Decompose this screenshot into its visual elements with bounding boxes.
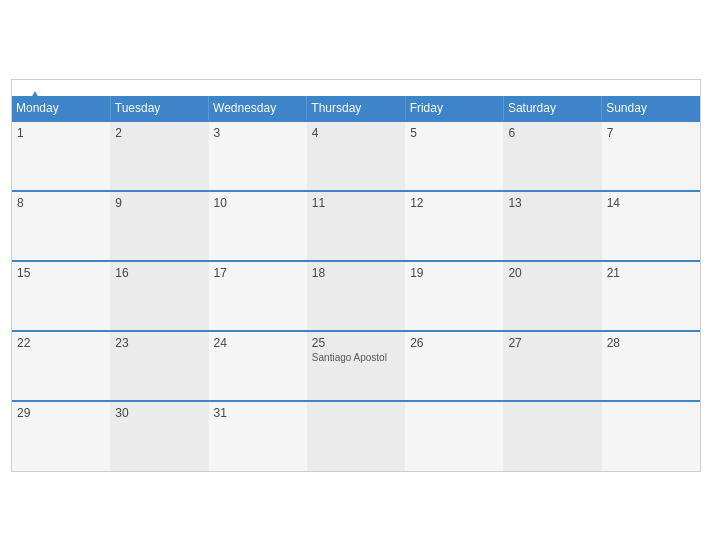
calendar-week-row: 1234567: [12, 121, 700, 191]
weekday-header-thursday: Thursday: [307, 96, 405, 121]
calendar-cell: 22: [12, 331, 110, 401]
day-number: 7: [607, 126, 695, 140]
calendar-cell: 29: [12, 401, 110, 471]
calendar-cell: [307, 401, 405, 471]
day-number: 12: [410, 196, 498, 210]
day-number: 16: [115, 266, 203, 280]
day-number: 9: [115, 196, 203, 210]
calendar-cell: 23: [110, 331, 208, 401]
day-number: 18: [312, 266, 400, 280]
calendar-week-row: 22232425Santiago Apostol262728: [12, 331, 700, 401]
day-number: 13: [508, 196, 596, 210]
day-number: 8: [17, 196, 105, 210]
weekday-header-sunday: Sunday: [602, 96, 700, 121]
day-number: 17: [214, 266, 302, 280]
calendar-cell: 10: [209, 191, 307, 261]
weekday-header-tuesday: Tuesday: [110, 96, 208, 121]
calendar-cell: 9: [110, 191, 208, 261]
day-number: 5: [410, 126, 498, 140]
day-number: 29: [17, 406, 105, 420]
calendar-cell: 20: [503, 261, 601, 331]
day-number: 31: [214, 406, 302, 420]
calendar-header: [12, 80, 700, 96]
weekday-header-saturday: Saturday: [503, 96, 601, 121]
day-number: 14: [607, 196, 695, 210]
holiday-label: Santiago Apostol: [312, 352, 400, 364]
weekday-header-friday: Friday: [405, 96, 503, 121]
calendar-cell: 11: [307, 191, 405, 261]
day-number: 15: [17, 266, 105, 280]
day-number: 25: [312, 336, 400, 350]
calendar-cell: 19: [405, 261, 503, 331]
brand-triangle-icon: [30, 91, 40, 100]
calendar-cell: 16: [110, 261, 208, 331]
calendar-week-row: 891011121314: [12, 191, 700, 261]
day-number: 19: [410, 266, 498, 280]
calendar-cell: [503, 401, 601, 471]
day-number: 3: [214, 126, 302, 140]
weekday-header-row: MondayTuesdayWednesdayThursdayFridaySatu…: [12, 96, 700, 121]
calendar-cell: 28: [602, 331, 700, 401]
calendar-cell: 25Santiago Apostol: [307, 331, 405, 401]
day-number: 11: [312, 196, 400, 210]
calendar-cell: 12: [405, 191, 503, 261]
day-number: 1: [17, 126, 105, 140]
calendar-cell: 17: [209, 261, 307, 331]
day-number: 24: [214, 336, 302, 350]
calendar-cell: 2: [110, 121, 208, 191]
calendar-cell: [405, 401, 503, 471]
calendar-cell: 26: [405, 331, 503, 401]
calendar-cell: 4: [307, 121, 405, 191]
day-number: 27: [508, 336, 596, 350]
calendar-cell: 21: [602, 261, 700, 331]
weekday-header-wednesday: Wednesday: [209, 96, 307, 121]
day-number: 26: [410, 336, 498, 350]
calendar-cell: 14: [602, 191, 700, 261]
calendar-cell: 15: [12, 261, 110, 331]
calendar-cell: [602, 401, 700, 471]
calendar-cell: 27: [503, 331, 601, 401]
day-number: 30: [115, 406, 203, 420]
calendar-cell: 31: [209, 401, 307, 471]
day-number: 10: [214, 196, 302, 210]
calendar-cell: 30: [110, 401, 208, 471]
day-number: 20: [508, 266, 596, 280]
calendar-week-row: 293031: [12, 401, 700, 471]
calendar: MondayTuesdayWednesdayThursdayFridaySatu…: [11, 79, 701, 472]
calendar-cell: 8: [12, 191, 110, 261]
day-number: 2: [115, 126, 203, 140]
day-number: 21: [607, 266, 695, 280]
weekday-header-monday: Monday: [12, 96, 110, 121]
calendar-cell: 3: [209, 121, 307, 191]
day-number: 23: [115, 336, 203, 350]
calendar-cell: 5: [405, 121, 503, 191]
day-number: 4: [312, 126, 400, 140]
day-number: 6: [508, 126, 596, 140]
calendar-table: MondayTuesdayWednesdayThursdayFridaySatu…: [12, 96, 700, 471]
brand-logo: [28, 90, 40, 105]
brand-blue-text: [28, 90, 40, 105]
day-number: 28: [607, 336, 695, 350]
calendar-cell: 18: [307, 261, 405, 331]
calendar-cell: 1: [12, 121, 110, 191]
day-number: 22: [17, 336, 105, 350]
calendar-cell: 24: [209, 331, 307, 401]
calendar-cell: 13: [503, 191, 601, 261]
calendar-cell: 6: [503, 121, 601, 191]
calendar-week-row: 15161718192021: [12, 261, 700, 331]
calendar-cell: 7: [602, 121, 700, 191]
